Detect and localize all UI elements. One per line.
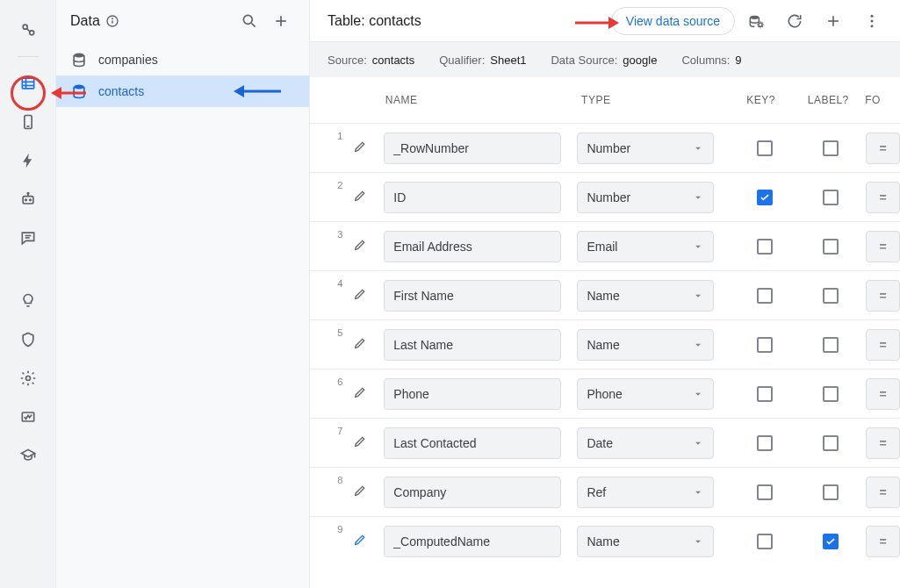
column-name-field[interactable]: Last Name xyxy=(384,329,561,361)
formula-button[interactable]: = xyxy=(866,133,900,164)
label-checkbox[interactable] xyxy=(823,190,839,205)
view-data-source-button[interactable]: View data source xyxy=(611,7,735,35)
label-checkbox[interactable] xyxy=(823,435,839,451)
column-type-select[interactable]: Name xyxy=(577,329,714,361)
add-table-button[interactable] xyxy=(265,5,297,37)
formula-button[interactable]: = xyxy=(866,427,900,459)
key-checkbox[interactable] xyxy=(757,190,773,205)
table-row: 4First NameName= xyxy=(310,270,900,319)
tree-item-contacts[interactable]: contacts xyxy=(56,75,309,107)
key-checkbox[interactable] xyxy=(757,140,773,156)
edit-icon[interactable] xyxy=(353,385,384,402)
edit-icon[interactable] xyxy=(353,533,384,549)
svg-point-10 xyxy=(29,199,31,201)
column-type-select[interactable]: Number xyxy=(577,182,714,213)
formula-button[interactable]: = xyxy=(866,378,900,410)
key-checkbox[interactable] xyxy=(757,288,773,304)
column-type-select[interactable]: Date xyxy=(577,427,714,459)
label-checkbox[interactable] xyxy=(823,337,839,353)
column-name-field[interactable]: First Name xyxy=(384,280,561,312)
svg-point-34 xyxy=(871,19,874,22)
svg-point-26 xyxy=(74,85,84,90)
svg-point-29 xyxy=(750,15,759,18)
more-icon[interactable] xyxy=(854,4,889,39)
nav-rail xyxy=(0,0,56,588)
rail-chat-icon[interactable] xyxy=(11,220,46,255)
search-icon[interactable] xyxy=(234,5,265,37)
svg-point-21 xyxy=(243,15,252,24)
column-name-field[interactable]: _ComputedName xyxy=(384,526,561,557)
svg-point-16 xyxy=(25,376,30,381)
label-checkbox[interactable] xyxy=(823,386,839,402)
sidebar: Data companies contacts xyxy=(56,0,310,588)
rail-manage-icon[interactable] xyxy=(11,399,46,434)
column-name-field[interactable]: ID xyxy=(384,182,561,213)
rail-actions-icon[interactable] xyxy=(11,143,46,178)
column-name-field[interactable]: Email Address xyxy=(384,231,561,262)
rail-home-icon[interactable] xyxy=(11,12,46,47)
column-type-select[interactable]: Name xyxy=(577,526,714,557)
label-checkbox[interactable] xyxy=(823,484,839,500)
label-checkbox[interactable] xyxy=(823,534,839,549)
formula-button[interactable]: = xyxy=(866,280,900,312)
rail-settings-icon[interactable] xyxy=(11,361,46,396)
column-name-field[interactable]: Last Contacted xyxy=(384,427,561,459)
column-name-field[interactable]: Phone xyxy=(384,378,561,410)
label-checkbox[interactable] xyxy=(823,288,839,304)
rail-intelligence-icon[interactable] xyxy=(11,283,46,319)
key-checkbox[interactable] xyxy=(757,239,773,255)
table-row: 8CompanyRef= xyxy=(310,467,900,516)
svg-rect-17 xyxy=(22,412,33,421)
edit-icon[interactable] xyxy=(353,336,384,353)
label-checkbox[interactable] xyxy=(823,239,839,255)
label-checkbox[interactable] xyxy=(823,140,839,156)
formula-button[interactable]: = xyxy=(866,526,900,557)
formula-button[interactable]: = xyxy=(866,477,900,508)
table-header: NAME TYPE KEY? LABEL? FO xyxy=(310,77,900,123)
rail-data-icon[interactable] xyxy=(11,66,46,101)
column-type-select[interactable]: Number xyxy=(577,133,714,164)
edit-icon[interactable] xyxy=(353,434,384,451)
regen-schema-icon[interactable] xyxy=(738,4,774,39)
column-type-select[interactable]: Name xyxy=(577,280,714,312)
column-name-field[interactable]: Company xyxy=(384,477,561,508)
edit-icon[interactable] xyxy=(353,140,384,156)
add-column-button[interactable] xyxy=(816,4,851,39)
edit-icon[interactable] xyxy=(353,238,384,255)
table-row: 9_ComputedNameName= xyxy=(310,516,900,565)
key-checkbox[interactable] xyxy=(757,484,773,500)
key-checkbox[interactable] xyxy=(757,435,773,451)
meta-strip: Source:contacts Qualifier:Sheet1 Data So… xyxy=(310,42,900,77)
database-icon xyxy=(70,82,88,100)
key-checkbox[interactable] xyxy=(757,386,773,402)
key-checkbox[interactable] xyxy=(757,534,773,549)
formula-button[interactable]: = xyxy=(866,231,900,262)
svg-point-33 xyxy=(871,14,874,17)
svg-rect-2 xyxy=(22,78,33,89)
table-row: 2IDNumber= xyxy=(310,172,900,221)
row-number: 9 xyxy=(328,524,342,534)
formula-button[interactable]: = xyxy=(866,182,900,213)
key-checkbox[interactable] xyxy=(757,337,773,353)
refresh-icon[interactable] xyxy=(777,4,812,39)
row-number: 8 xyxy=(328,475,342,485)
column-type-select[interactable]: Email xyxy=(577,231,714,262)
column-name-field[interactable]: _RowNumber xyxy=(384,133,561,164)
database-icon xyxy=(70,51,88,68)
svg-point-30 xyxy=(759,23,762,26)
formula-button[interactable]: = xyxy=(866,329,900,361)
edit-icon[interactable] xyxy=(353,189,384,205)
row-number: 7 xyxy=(328,426,342,436)
rail-security-icon[interactable] xyxy=(11,322,46,357)
edit-icon[interactable] xyxy=(353,484,384,500)
row-number: 1 xyxy=(328,131,342,141)
column-type-select[interactable]: Ref xyxy=(577,477,714,508)
rail-views-icon[interactable] xyxy=(11,104,46,140)
column-type-select[interactable]: Phone xyxy=(577,378,714,410)
rail-learn-icon[interactable] xyxy=(11,438,46,473)
tree-item-companies[interactable]: companies xyxy=(56,44,309,75)
svg-line-22 xyxy=(252,24,256,27)
rail-automation-icon[interactable] xyxy=(11,182,46,217)
edit-icon[interactable] xyxy=(353,287,384,304)
info-icon[interactable] xyxy=(105,14,119,28)
